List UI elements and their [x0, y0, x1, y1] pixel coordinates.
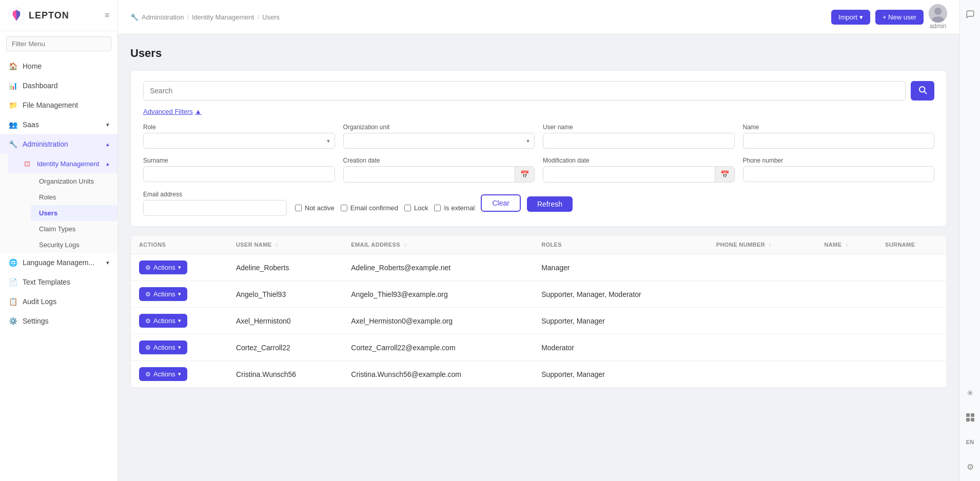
filter-phone-input[interactable]	[743, 166, 935, 182]
cell-surname	[877, 254, 947, 281]
gear-icon: ⚙	[145, 317, 151, 325]
actions-button[interactable]: ⚙ Actions ▾	[139, 287, 187, 301]
gear-icon: ⚙	[145, 371, 151, 378]
filter-org-select[interactable]	[343, 133, 535, 149]
cell-name	[816, 281, 877, 308]
actions-caret-icon: ▾	[178, 264, 181, 271]
sidebar-item-administration[interactable]: 🔧 Administration ▴	[0, 134, 117, 154]
gear-icon: ⚙	[145, 344, 151, 351]
cell-surname	[877, 361, 947, 388]
sidebar-item-claim-types[interactable]: Claim Types	[31, 221, 117, 237]
panel-settings-button[interactable]: ⚙	[962, 458, 978, 475]
cell-actions: ⚙ Actions ▾	[131, 254, 228, 281]
cell-name	[816, 361, 877, 388]
import-button[interactable]: Import ▾	[831, 10, 870, 25]
filter-username-input[interactable]	[543, 133, 735, 149]
cell-roles: Supporter, Manager, Moderator	[533, 281, 708, 308]
refresh-button[interactable]: Refresh	[527, 196, 573, 212]
sidebar-item-dashboard[interactable]: 📊 Dashboard	[0, 76, 117, 95]
filter-lock-checkbox[interactable]	[404, 205, 411, 211]
cell-email: Cristina.Wunsch56@example.com	[343, 361, 533, 388]
topbar-actions: Import ▾ + New user admin	[831, 4, 947, 30]
language-icon: 🌐	[8, 258, 17, 267]
filter-menu-input[interactable]	[6, 36, 111, 51]
svg-rect-8	[966, 418, 970, 422]
new-user-button[interactable]: + New user	[875, 10, 924, 25]
table-body: ⚙ Actions ▾ Adeline_Roberts Adeline_Robe…	[131, 254, 947, 388]
identity-management-subnav: Organization Units Roles Users Claim Typ…	[8, 173, 117, 253]
sidebar-item-file-management[interactable]: 📁 File Management	[0, 95, 117, 115]
cell-phone	[708, 254, 816, 281]
filter-role-select[interactable]	[143, 133, 335, 149]
filter-modification-date-wrapper: 📅	[543, 166, 735, 183]
filter-creation-date-input[interactable]	[344, 167, 515, 182]
cell-phone	[708, 361, 816, 388]
sidebar-item-language-management[interactable]: 🌐 Language Managem... ▾	[0, 253, 117, 272]
sidebar-item-saas[interactable]: 👥 Saas ▾	[0, 115, 117, 134]
filter-is-external-checkbox[interactable]	[434, 205, 441, 211]
sidebar-item-security-logs[interactable]: Security Logs	[31, 237, 117, 253]
language-button[interactable]: EN	[962, 434, 978, 450]
cell-name	[816, 254, 877, 281]
actions-button[interactable]: ⚙ Actions ▾	[139, 260, 187, 274]
cell-surname	[877, 308, 947, 334]
filter-username-label: User name	[543, 124, 735, 131]
filter-not-active-checkbox[interactable]	[295, 205, 302, 211]
cell-name	[816, 308, 877, 334]
grid-button[interactable]	[962, 409, 978, 426]
sidebar-item-audit-logs[interactable]: 📋 Audit Logs	[0, 292, 117, 311]
user-area[interactable]: admin	[929, 4, 947, 30]
svg-rect-7	[971, 413, 974, 417]
col-phone[interactable]: PHONE NUMBER ↕	[708, 235, 816, 254]
filter-grid-row2: Surname Creation date 📅 Modification dat…	[143, 157, 934, 183]
filter-surname-label: Surname	[143, 157, 335, 164]
search-button[interactable]	[911, 81, 934, 101]
actions-button[interactable]: ⚙ Actions ▾	[139, 314, 187, 328]
table-wrapper: ACTIONS USER NAME ↕ EMAIL ADDRESS ↕	[131, 235, 947, 388]
search-input[interactable]	[143, 81, 906, 101]
svg-point-2	[934, 8, 942, 15]
search-row	[143, 81, 934, 101]
cell-surname	[877, 281, 947, 308]
filter-row3: Email address Not active Email confirmed	[143, 191, 934, 216]
col-email[interactable]: EMAIL ADDRESS ↕	[343, 235, 533, 254]
sidebar-item-audit-label: Audit Logs	[23, 297, 56, 306]
sun-icon: ✳	[967, 388, 973, 398]
hamburger-icon[interactable]: ≡	[105, 11, 109, 20]
cell-username: Cortez_Carroll22	[228, 334, 343, 361]
col-name[interactable]: NAME ↕	[816, 235, 877, 254]
notification-button[interactable]	[962, 6, 978, 23]
sidebar-item-home-label: Home	[23, 62, 42, 70]
clear-button[interactable]: Clear	[481, 194, 520, 212]
cell-surname	[877, 334, 947, 361]
filter-surname-input[interactable]	[143, 166, 335, 182]
page-title: Users	[130, 47, 947, 60]
filter-modification-date-input[interactable]	[543, 167, 715, 182]
actions-button[interactable]: ⚙ Actions ▾	[139, 340, 187, 354]
sidebar-item-text-templates[interactable]: 📄 Text Templates	[0, 272, 117, 292]
sidebar-item-identity-management[interactable]: ⊡ Identity Management ▴	[8, 154, 117, 173]
cell-actions: ⚙ Actions ▾	[131, 308, 228, 334]
saas-icon: 👥	[8, 120, 17, 129]
sidebar-logo: LEPTON ≡	[0, 0, 117, 31]
right-panel: ✳ EN ⚙	[959, 0, 980, 481]
sidebar-item-org-units[interactable]: Organization Units	[31, 173, 117, 189]
sidebar-item-home[interactable]: 🏠 Home	[0, 56, 117, 76]
filter-org-group: Organization unit	[343, 124, 535, 149]
actions-caret-icon: ▾	[178, 344, 181, 351]
filter-email-confirmed-checkbox[interactable]	[341, 205, 347, 211]
modification-date-calendar-button[interactable]: 📅	[715, 167, 734, 182]
sun-button[interactable]: ✳	[962, 385, 978, 401]
breadcrumb-sep2: /	[257, 13, 259, 21]
advanced-filters-toggle[interactable]: Advanced Filters ▲	[143, 108, 202, 115]
filter-name-input[interactable]	[743, 133, 935, 149]
actions-button[interactable]: ⚙ Actions ▾	[139, 367, 187, 381]
filter-email-input[interactable]	[143, 200, 287, 216]
home-icon: 🏠	[8, 62, 17, 71]
creation-date-calendar-button[interactable]: 📅	[515, 167, 534, 182]
col-username[interactable]: USER NAME ↕	[228, 235, 343, 254]
sidebar-item-settings[interactable]: ⚙️ Settings	[0, 311, 117, 331]
sidebar-item-users[interactable]: Users	[31, 205, 117, 221]
cell-actions: ⚙ Actions ▾	[131, 361, 228, 388]
sidebar-item-roles[interactable]: Roles	[31, 189, 117, 205]
